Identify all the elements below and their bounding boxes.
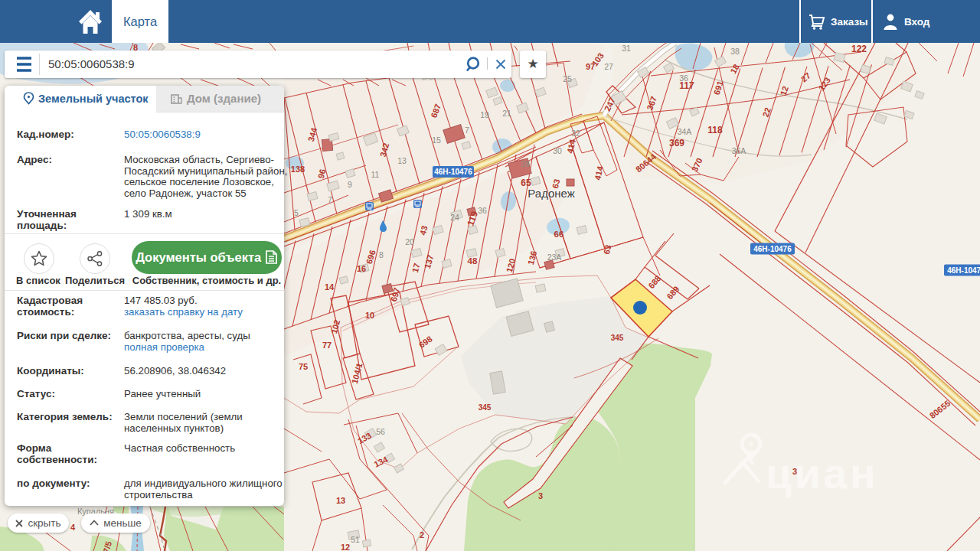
svg-text:138: 138 (291, 165, 305, 174)
svg-text:345: 345 (479, 403, 492, 412)
svg-text:20: 20 (405, 237, 414, 246)
svg-text:46Н-10476: 46Н-10476 (947, 266, 980, 275)
svg-text:27: 27 (604, 62, 613, 71)
svg-text:13: 13 (397, 156, 407, 165)
svg-text:15: 15 (432, 135, 441, 145)
svg-text:56: 56 (376, 427, 385, 436)
svg-text:5: 5 (294, 208, 299, 217)
svg-text:38: 38 (730, 47, 740, 56)
svg-text:32: 32 (571, 129, 580, 138)
svg-text:122: 122 (851, 44, 867, 54)
svg-text:7: 7 (465, 126, 469, 135)
svg-text:14: 14 (325, 282, 335, 292)
svg-text:23А: 23А (547, 253, 562, 262)
svg-text:7: 7 (328, 195, 332, 204)
svg-text:117: 117 (679, 80, 694, 91)
svg-text:3: 3 (538, 491, 543, 500)
svg-text:46Н-10476: 46Н-10476 (434, 168, 472, 176)
svg-text:8: 8 (379, 250, 384, 259)
svg-text:21: 21 (502, 109, 511, 118)
svg-text:97: 97 (586, 62, 595, 71)
svg-text:36: 36 (478, 206, 487, 215)
svg-text:51: 51 (351, 535, 360, 544)
svg-text:369: 369 (669, 138, 684, 148)
svg-text:46Н-10476: 46Н-10476 (753, 245, 792, 253)
svg-text:10: 10 (365, 311, 374, 320)
svg-text:30: 30 (553, 146, 562, 155)
svg-text:16: 16 (357, 264, 366, 273)
svg-text:25: 25 (563, 74, 572, 83)
svg-text:48: 48 (468, 256, 478, 266)
svg-text:13: 13 (336, 496, 345, 505)
svg-text:75: 75 (299, 362, 308, 371)
svg-text:34А: 34А (678, 127, 692, 136)
svg-text:118: 118 (707, 125, 723, 135)
svg-text:циан: циан (766, 450, 878, 497)
svg-text:345: 345 (611, 334, 624, 342)
svg-text:11: 11 (371, 170, 380, 179)
svg-text:31: 31 (622, 44, 631, 53)
svg-text:12: 12 (341, 543, 350, 551)
svg-text:77: 77 (322, 341, 332, 350)
svg-text:24: 24 (450, 213, 459, 222)
svg-text:36А: 36А (732, 146, 746, 155)
svg-text:2: 2 (420, 530, 424, 540)
svg-text:28: 28 (521, 159, 530, 168)
svg-text:9: 9 (348, 180, 352, 189)
svg-text:4: 4 (70, 523, 76, 532)
svg-text:19: 19 (480, 110, 489, 119)
svg-text:Радонеж: Радонеж (528, 187, 574, 200)
svg-text:66: 66 (554, 230, 564, 239)
